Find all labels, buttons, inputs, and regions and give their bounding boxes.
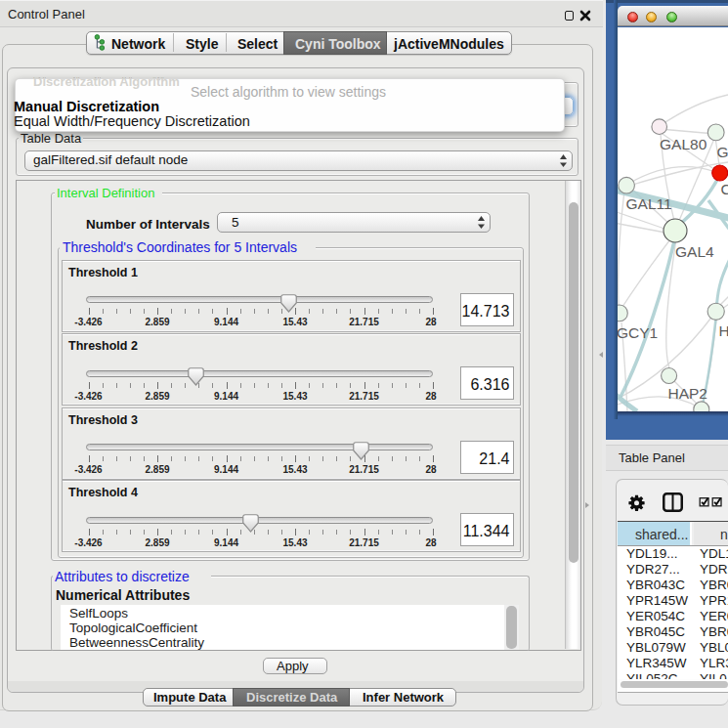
svg-text:H: H [719,322,728,339]
svg-text:C: C [721,181,728,197]
svg-text:HAP2: HAP2 [668,385,708,402]
svg-text:GA: GA [716,144,728,160]
svg-text:GCY1: GCY1 [618,324,658,341]
svg-text:GAL4: GAL4 [675,243,714,260]
svg-text:GAL11: GAL11 [626,195,672,212]
svg-text:GAL80: GAL80 [660,136,707,152]
